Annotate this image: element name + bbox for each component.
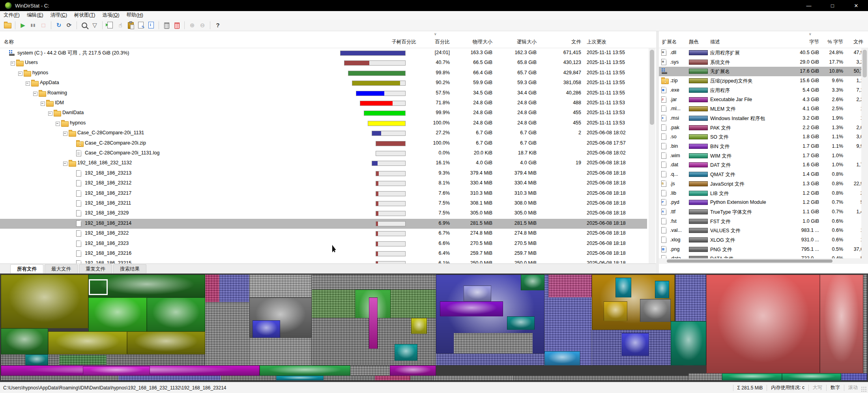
tree-row-192_168_186_23216[interactable]: 192_168_186_232166.4%259.7 MiB259.7 MiB2… [0, 249, 647, 259]
copy-path-icon[interactable] [125, 21, 136, 30]
tab-重复文件[interactable]: 重复文件 [79, 264, 112, 273]
tree-row-192_168_186_23211[interactable]: 192_168_186_232117.5%308.1 MiB308.0 MiB2… [0, 199, 647, 209]
treemap-block[interactable] [454, 333, 533, 354]
treemap-block[interactable] [440, 301, 503, 316]
properties-icon[interactable] [146, 21, 156, 30]
expand-collapse-box[interactable] [18, 71, 22, 76]
treemap-block[interactable] [615, 278, 631, 297]
ext-row-.js[interactable]: S.jsJavaScript 文件1.3 GiB0.8%22,9 [659, 179, 863, 189]
expand-collapse-box[interactable] [33, 92, 37, 96]
ext-row-.dll[interactable]: ✱.dll应用程序扩展40.5 GiB24.8%47,9 [659, 48, 863, 58]
tree-row-192_168_186_23217[interactable]: 192_168_186_232177.6%310.3 MiB310.3 MiB2… [0, 189, 647, 199]
pause-icon[interactable]: ▮▮ [28, 21, 38, 30]
tree-row-Roaming[interactable]: Roaming57.5%34.5 GiB34.4 GiB40,2862025-1… [0, 88, 647, 98]
treemap-block[interactable] [369, 297, 378, 349]
tree-row-Case_C-28Compare-20i_1131.log[interactable]: Case_C-28Compare-20i_1131.log0.0%20.0 Ki… [0, 149, 647, 158]
expand-collapse-box[interactable] [26, 81, 30, 86]
treemap-block[interactable] [507, 316, 535, 330]
treemap-block[interactable] [621, 333, 649, 356]
ext-row-.fst[interactable]: .fstFST 文件1.0 GiB0.6% [659, 217, 863, 226]
ext-row-.wim[interactable]: .wimWIM 文件1.7 GiB1.0% [659, 151, 863, 161]
treemap-block[interactable] [1, 328, 48, 354]
open-folder-icon[interactable] [2, 21, 13, 30]
close-button[interactable]: ✕ [844, 0, 868, 11]
tab-搜索结果[interactable]: 搜索结果 [113, 264, 146, 273]
help-icon[interactable]: ? [213, 21, 223, 30]
menu-file[interactable]: 文件(F) [0, 11, 23, 19]
search-icon[interactable] [79, 21, 90, 30]
treemap-block[interactable] [1, 275, 88, 328]
treemap-block[interactable] [411, 318, 427, 334]
treemap-block[interactable] [312, 275, 436, 290]
maximize-button[interactable]: □ [821, 0, 844, 11]
treemap-block[interactable] [544, 351, 580, 365]
treemap-block[interactable] [83, 366, 150, 375]
ext-row-.so[interactable]: .soSO 文件1.8 GiB1.1%3,0 [659, 132, 863, 142]
delete-to-bin-icon[interactable] [161, 21, 172, 30]
ext-row-.bin[interactable]: .binBIN 文件1.7 GiB1.1%9,9 [659, 142, 863, 151]
ext-header-description[interactable]: 描述 [710, 39, 720, 45]
treemap-block[interactable] [706, 275, 820, 373]
menu-options[interactable]: 选项(O) [99, 11, 123, 19]
expand-collapse-box[interactable] [41, 102, 45, 106]
ext-row-.xlog[interactable]: .xlogXLOG 文件931.0 ...0.6%1 [659, 235, 863, 245]
tree-row-Case_C-28Compare-20i.zip[interactable]: Case_C-28Compare-20i.zip100.0%6.7 GiB6.7… [0, 139, 647, 149]
treemap-block[interactable] [521, 275, 544, 290]
tree-row-IDM[interactable]: IDM71.8%24.8 GiB24.8 GiB4882025-11-11 13… [0, 98, 647, 108]
treemap-block[interactable] [127, 331, 205, 354]
ext-horizontal-scrollbar[interactable] [659, 258, 861, 264]
tree-row-hypnos[interactable]: hypnos99.8%66.4 GiB65.7 GiB429,8472025-1… [0, 68, 647, 78]
treemap-block[interactable] [722, 373, 782, 380]
tree-header-subtree-pct[interactable]: 子树百分比 [357, 39, 416, 45]
treemap-block[interactable] [548, 275, 592, 297]
tree-row-192_168_186_232_1132[interactable]: 192_168_186_232_113216.1%4.0 GiB4.0 GiB1… [0, 158, 647, 168]
tree-row-192_168_186_23214[interactable]: 192_168_186_232146.9%281.5 MiB281.5 MiB2… [0, 219, 647, 229]
tab-最大文件[interactable]: 最大文件 [45, 264, 78, 273]
ext-row-.jar[interactable]: J.jarExecutable Jar File4.3 GiB2.6%2,2 [659, 95, 863, 105]
treemap-block[interactable] [655, 281, 669, 298]
ext-horizontal-scrollbar-thumb[interactable] [667, 259, 832, 263]
refresh-all-icon[interactable]: ↻ [54, 21, 64, 30]
treemap-block[interactable] [820, 275, 863, 373]
tab-所有文件[interactable]: 所有文件 [10, 264, 43, 273]
treemap-block[interactable] [88, 297, 147, 332]
ext-header-files[interactable]: 文件 [847, 39, 863, 45]
treemap-block[interactable] [434, 376, 513, 380]
expand-collapse-box[interactable] [63, 162, 67, 166]
ext-row-.zip[interactable]: .zip压缩(zipped)文件夹15.6 GiB9.6%1,1 [659, 76, 863, 86]
tree-row-192_168_186_2323[interactable]: 192_168_186_23236.6%270.5 MiB270.5 MiB20… [0, 239, 647, 249]
delete-permanently-icon[interactable] [172, 21, 182, 30]
new-scan-icon[interactable] [105, 21, 115, 30]
tree-row-DwnlData[interactable]: DwnlData99.9%24.8 GiB24.8 GiB4552025-11-… [0, 108, 647, 118]
treemap-block[interactable] [841, 373, 867, 380]
treemap-block[interactable] [863, 275, 867, 373]
tree-row-192_168_186_23212[interactable]: 192_168_186_232128.1%330.4 MiB330.4 MiB2… [0, 179, 647, 188]
zoom-out-icon[interactable]: ⊖ [197, 21, 208, 30]
tree-row-192_168_186_23213[interactable]: 192_168_186_232139.3%379.4 MiB379.4 MiB2… [0, 169, 647, 179]
tree-header-pct[interactable]: 百分比 [414, 39, 450, 45]
tree-vertical-scrollbar-thumb[interactable] [650, 50, 654, 125]
expand-collapse-box[interactable] [11, 61, 15, 66]
treemap-block[interactable] [48, 331, 127, 354]
treemap-block[interactable] [390, 365, 436, 376]
expand-collapse-box[interactable] [48, 111, 52, 116]
ext-row-.lib[interactable]: .libLIB 文件1.2 GiB0.8%2 [659, 189, 863, 198]
ext-header-bytes[interactable]: 字节 [789, 39, 819, 45]
treemap-block[interactable] [782, 373, 841, 380]
menu-edit[interactable]: 编辑(E) [23, 11, 47, 19]
ext-row-no-extension[interactable]: 无扩展名17.6 GiB10.8%50,7 [659, 67, 863, 76]
refresh-selected-icon[interactable]: ⟳ [64, 21, 74, 30]
treemap-block[interactable] [395, 344, 417, 361]
ext-row-.png[interactable]: ▦.pngPNG 文件795.1 ...0.5%37,6 [659, 245, 863, 254]
tree-header-physical[interactable]: 物理大小 [454, 39, 492, 45]
tree-header-logical[interactable]: 逻辑大小 [498, 39, 537, 45]
menu-treemap[interactable]: 树状图(T) [71, 11, 99, 19]
treemap-block[interactable] [147, 297, 205, 332]
treemap-block[interactable] [249, 275, 312, 297]
treemap-view[interactable] [0, 273, 868, 382]
treemap-block[interactable] [59, 355, 107, 365]
ext-row-.val...[interactable]: .val...VALUES 文件983.1 ...0.6%1 [659, 226, 863, 235]
ext-row-.pak[interactable]: .pakPAK 文件2.2 GiB1.3%2,0 [659, 123, 863, 133]
treemap-block[interactable] [436, 354, 544, 365]
treemap-block[interactable] [671, 321, 706, 365]
